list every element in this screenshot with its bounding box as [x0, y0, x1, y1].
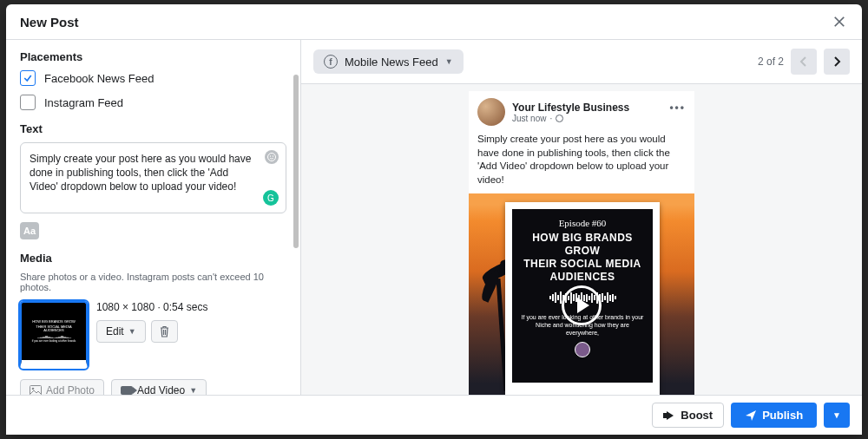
text-label: Text [20, 122, 286, 135]
publish-dropdown-button[interactable]: ▼ [824, 403, 850, 428]
post-text-value: Simply create your post here as you woul… [30, 152, 260, 194]
grammarly-icon[interactable]: G [263, 190, 279, 206]
media-thumbnail[interactable]: HOW BIG BRANDS GROW THEIR SOCIAL MEDIA A… [20, 301, 88, 369]
post-preview-card: Your Lifestyle Business Just now· ••• Si… [469, 91, 694, 395]
send-icon [745, 410, 757, 422]
play-button[interactable] [562, 285, 602, 325]
svg-point-2 [273, 155, 273, 156]
svg-point-4 [32, 388, 35, 390]
media-row: HOW BIG BRANDS GROW THEIR SOCIAL MEDIA A… [20, 301, 286, 369]
checkbox-unchecked-icon[interactable] [20, 95, 36, 110]
page-counter: 2 of 2 [758, 56, 784, 68]
headline-1: HOW BIG BRANDS GROW [519, 232, 646, 258]
text-section: Text Simply create your post here as you… [20, 122, 286, 239]
facebook-icon: f [324, 55, 338, 69]
text-style-button[interactable]: Aa [20, 222, 39, 239]
preview-placement-label: Mobile News Feed [345, 56, 438, 69]
chevron-right-icon [832, 56, 841, 67]
post-video-preview[interactable]: Episode #60 HOW BIG BRANDS GROW THEIR SO… [469, 193, 694, 395]
media-section: Media Share photos or a video. Instagram… [20, 252, 286, 395]
preview-panel: f Mobile News Feed ▼ 2 of 2 [301, 40, 862, 395]
close-button[interactable] [831, 13, 848, 30]
page-avatar [477, 98, 505, 126]
modal-body: Placements Facebook News Feed Instagram … [6, 40, 862, 395]
emoji-picker-button[interactable] [265, 150, 279, 164]
edit-media-button[interactable]: Edit ▼ [96, 320, 146, 343]
media-dimensions: 1080 × 1080 · 0:54 secs [96, 301, 207, 313]
composer-panel: Placements Facebook News Feed Instagram … [6, 40, 301, 395]
publish-button[interactable]: Publish [731, 403, 817, 428]
preview-next-button[interactable] [824, 49, 850, 75]
add-photo-button[interactable]: Add Photo [20, 379, 104, 395]
svg-rect-3 [30, 386, 42, 396]
caret-down-icon: ▼ [189, 386, 197, 395]
post-body-text: Simply create your post here as you woul… [469, 129, 694, 193]
placement-label: Facebook News Feed [44, 72, 154, 85]
placement-label: Instagram Feed [44, 96, 123, 109]
caret-down-icon: ▼ [128, 327, 136, 336]
video-icon [121, 386, 133, 395]
caret-down-icon: ▼ [445, 57, 453, 66]
smiley-icon [267, 153, 276, 161]
episode-label: Episode #60 [559, 218, 607, 228]
placement-facebook-news-feed[interactable]: Facebook News Feed [20, 70, 286, 86]
headline-2: THEIR SOCIAL MEDIA AUDIENCES [519, 258, 646, 284]
play-icon [577, 298, 589, 313]
modal-header: New Post [6, 4, 862, 40]
trash-icon [159, 325, 170, 337]
post-timestamp: Just now· [512, 114, 629, 123]
placements-label: Placements [20, 50, 286, 63]
new-post-modal: New Post Placements Facebook News Feed I… [6, 4, 862, 435]
page-name: Your Lifestyle Business [512, 102, 629, 114]
media-meta: 1080 × 1080 · 0:54 secs Edit ▼ [96, 301, 207, 343]
preview-toolbar: f Mobile News Feed ▼ 2 of 2 [301, 40, 862, 84]
caret-down-icon: ▼ [832, 410, 841, 420]
media-label: Media [20, 252, 286, 265]
delete-media-button[interactable] [151, 320, 178, 343]
media-hint: Share photos or a video. Instagram posts… [20, 272, 286, 292]
preview-placement-selector[interactable]: f Mobile News Feed ▼ [313, 49, 464, 74]
globe-icon [556, 115, 563, 122]
preview-canvas: Your Lifestyle Business Just now· ••• Si… [301, 84, 862, 395]
modal-title: New Post [20, 15, 79, 29]
add-video-button[interactable]: Add Video ▼ [111, 379, 207, 395]
megaphone-icon [663, 411, 675, 420]
placement-instagram-feed[interactable]: Instagram Feed [20, 95, 286, 110]
author-avatar-mini [575, 342, 590, 357]
post-more-button[interactable]: ••• [669, 102, 686, 114]
chevron-left-icon [799, 56, 808, 67]
boost-button[interactable]: Boost [652, 403, 724, 428]
svg-point-0 [268, 154, 276, 161]
svg-point-1 [270, 155, 271, 156]
preview-prev-button[interactable] [791, 49, 817, 75]
close-icon [833, 16, 845, 28]
checkbox-checked-icon[interactable] [20, 70, 36, 86]
photo-icon [30, 385, 42, 395]
post-header: Your Lifestyle Business Just now· ••• [469, 91, 694, 129]
preview-pager: 2 of 2 [758, 49, 850, 75]
modal-footer: Boost Publish ▼ [6, 395, 862, 435]
post-text-input[interactable]: Simply create your post here as you woul… [20, 142, 286, 213]
